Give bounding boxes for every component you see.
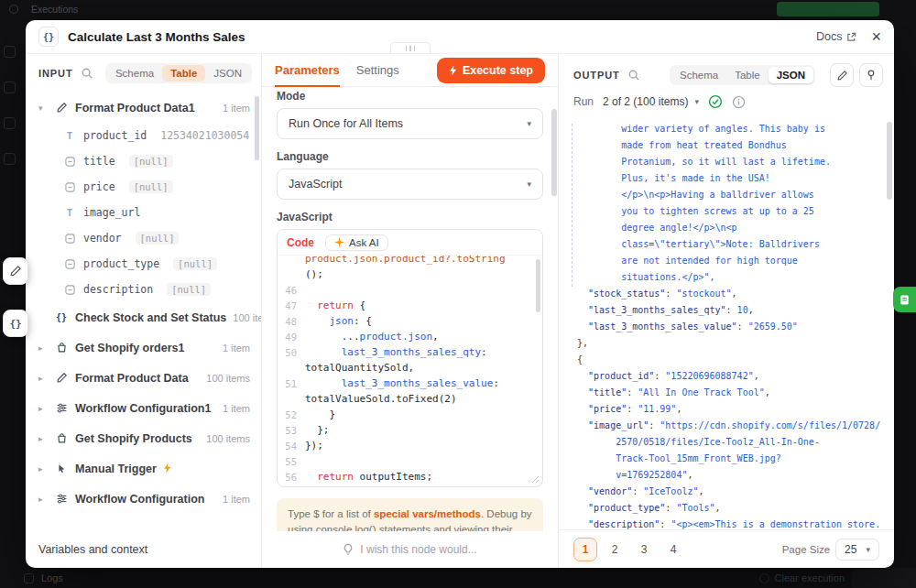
tree-field[interactable]: title[null]	[26, 148, 261, 174]
output-view-tabs: Schema Table JSON	[670, 65, 815, 85]
output-scrollbar[interactable]	[887, 122, 892, 200]
info-icon[interactable]	[732, 95, 746, 109]
code-line: 55	[278, 453, 542, 469]
parameters-panel: Parameters Settings Execute step Mode Ru…	[262, 54, 559, 568]
tree-field[interactable]: price[null]	[26, 174, 261, 200]
chevron-right-icon[interactable]: ▸	[38, 495, 48, 504]
tree-field[interactable]: description[null]	[26, 277, 261, 302]
code-line: 51 last_3_months_sales_value:	[278, 376, 542, 391]
chevron-right-icon[interactable]: ▸	[38, 404, 48, 413]
search-icon[interactable]	[627, 69, 640, 82]
line-number: 52	[278, 409, 305, 420]
input-tab-json[interactable]: JSON	[205, 65, 250, 82]
item-count-badge: 100 items	[206, 433, 250, 444]
chevron-right-icon[interactable]: ▸	[38, 343, 48, 353]
line-number: 51	[278, 378, 305, 389]
code-line: 50 last_3_months_sales_qty:	[278, 344, 542, 360]
ask-ai-button[interactable]: Ask AI	[325, 234, 388, 251]
code-line: 49 ...product.json,	[278, 329, 542, 344]
input-scrollbar[interactable]	[255, 96, 259, 160]
docs-link[interactable]: Docs	[816, 30, 856, 43]
null-badge: [null]	[136, 232, 180, 245]
line-number: 48	[278, 316, 305, 327]
resize-handle-icon[interactable]	[531, 475, 540, 484]
search-icon[interactable]	[81, 67, 93, 80]
tab-code[interactable]: Code	[287, 236, 314, 249]
tree-field[interactable]: Timage_url	[26, 200, 261, 225]
output-tab-table[interactable]: Table	[726, 67, 769, 83]
chevron-right-icon[interactable]: ▸	[38, 374, 48, 383]
sliders-icon	[54, 401, 69, 416]
chevron-right-icon[interactable]: ▸	[38, 434, 48, 443]
tree-node[interactable]: ▸Format Product Data100 items	[26, 363, 261, 393]
output-panel-title: OUTPUT	[573, 70, 620, 81]
json-line: are not intended for high torque	[577, 252, 887, 268]
tree-field[interactable]: product_type[null]	[26, 251, 261, 277]
parameters-scrollbar[interactable]	[551, 109, 557, 196]
parameters-scroll: Mode Run Once for All Items ▾ Language J…	[262, 87, 558, 531]
tree-node[interactable]: ▸Get Shopify Products100 items	[26, 423, 261, 453]
input-view-tabs: Schema Table JSON	[105, 63, 252, 83]
drag-handle[interactable]	[390, 42, 431, 53]
json-node-side-button[interactable]: {}	[3, 310, 28, 337]
mode-select[interactable]: Run Once for All Items ▾	[277, 108, 543, 139]
tree-field[interactable]: vendor[null]	[26, 225, 261, 251]
tree-node[interactable]: ▸Get Shopify orders11 item	[26, 332, 261, 363]
output-tab-schema[interactable]: Schema	[671, 67, 726, 83]
page-size-select[interactable]: 25 ▾	[835, 539, 879, 561]
tree-node[interactable]: ▸Workflow Configuration11 item	[26, 393, 261, 423]
variables-context-item[interactable]: Variables and context	[26, 531, 261, 568]
chevron-down-icon: ▾	[694, 97, 699, 106]
pin-output-button[interactable]	[859, 63, 883, 87]
pencil-icon	[836, 70, 848, 82]
input-tab-schema[interactable]: Schema	[107, 65, 162, 82]
execute-step-button[interactable]: Execute step	[437, 58, 545, 83]
line-number: 55	[278, 456, 305, 467]
sparkle-icon	[334, 237, 344, 247]
json-line: class=\"tertiary\">Note: Balldrivers	[577, 235, 887, 252]
json-line: "image_url": "https://cdn.shopify.com/s/…	[577, 417, 887, 433]
run-select[interactable]: 2 of 2 (100 items) ▾	[603, 95, 699, 108]
page-button-2[interactable]: 2	[603, 538, 627, 561]
input-tree: ▾Format Product Data11 itemTproduct_id12…	[26, 91, 261, 531]
item-count-badge: 1 item	[223, 343, 250, 354]
pin-icon	[865, 69, 878, 82]
bag-icon	[54, 341, 69, 355]
tree-node-label: Get Shopify orders1	[75, 342, 184, 354]
chevron-right-icon[interactable]: ▸	[38, 464, 48, 474]
field-value: 12534021030054	[160, 129, 249, 142]
line-number: 53	[278, 425, 305, 436]
tree-node-label: Format Product Data	[75, 372, 189, 385]
close-button[interactable]: ×	[871, 28, 881, 45]
input-tab-table[interactable]: Table	[162, 65, 205, 82]
code-line: 52 }	[278, 407, 542, 422]
json-line: Track-Tool_15mm_Front_WEB.jpg?	[577, 450, 887, 466]
chevron-down-icon[interactable]: ▾	[38, 103, 48, 113]
page-button-4[interactable]: 4	[661, 538, 685, 561]
null-badge: [null]	[173, 257, 217, 270]
json-line: wider variety of angles. This baby is	[577, 120, 887, 136]
tab-settings[interactable]: Settings	[356, 63, 399, 77]
output-tab-json[interactable]: JSON	[769, 67, 813, 83]
tree-node[interactable]: ▸Workflow Configuration1 item	[26, 484, 261, 514]
edit-output-button[interactable]	[830, 63, 854, 87]
tree-node[interactable]: ▸Manual Trigger	[26, 453, 261, 484]
code-editor-body[interactable]: product.json.product_id?.toString();4647…	[278, 255, 542, 486]
page-button-1[interactable]: 1	[573, 538, 597, 561]
external-link-icon	[846, 32, 856, 42]
tree-node[interactable]: ▾Format Product Data11 item	[26, 93, 261, 123]
javascript-label: JavaScript	[277, 211, 543, 223]
feedback-link[interactable]: I wish this node would...	[262, 531, 558, 568]
tab-parameters[interactable]: Parameters	[275, 54, 340, 86]
bolt-icon	[163, 461, 171, 477]
code-line: totalValueSold.toFixed(2)	[278, 391, 542, 407]
code-scrollbar[interactable]	[536, 259, 540, 312]
bolt-icon	[449, 65, 457, 76]
export-output-button[interactable]	[893, 287, 916, 312]
language-select[interactable]: JavaScript ▾	[277, 169, 543, 200]
page-button-3[interactable]: 3	[632, 538, 656, 561]
tree-field[interactable]: Tproduct_id12534021030054	[26, 123, 261, 148]
document-icon	[899, 294, 911, 306]
tree-node[interactable]: {}Check Stock and Set Status100 items	[26, 302, 261, 332]
edit-node-side-button[interactable]	[3, 257, 28, 285]
